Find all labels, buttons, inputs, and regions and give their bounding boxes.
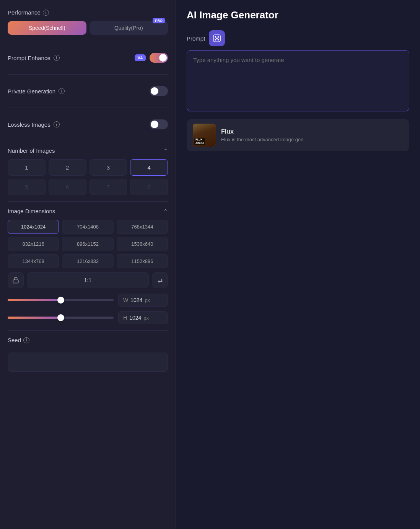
width-unit: px (145, 297, 150, 303)
num-btn-8: 8 (130, 179, 168, 195)
height-slider-container[interactable] (8, 314, 114, 322)
width-label: W (123, 297, 128, 303)
dimension-grid: 1024x1024 704x1408 768x1344 832x1216 896… (8, 220, 168, 268)
divider-1 (8, 41, 168, 41)
width-slider-row: W 1024 px (8, 294, 168, 307)
svg-point-6 (217, 38, 218, 39)
private-generation-info-icon[interactable]: i (59, 88, 65, 94)
performance-label: Performance (8, 9, 41, 16)
num-btn-1[interactable]: 1 (8, 159, 46, 176)
svg-point-5 (218, 39, 219, 40)
model-info: Flux Flux is the most advanced image gen (221, 128, 403, 142)
prompt-enhance-left: Prompt Enhance i (8, 55, 60, 61)
image-dimensions-label: Image Dimensions (8, 208, 55, 214)
lossless-images-knob (151, 121, 158, 128)
num-btn-4[interactable]: 4 (130, 159, 168, 176)
private-generation-knob (151, 87, 158, 95)
height-slider-row: H 1024 px (8, 311, 168, 324)
height-dimension-display: H 1024 px (118, 311, 168, 324)
height-value: 1024 (129, 315, 141, 321)
dim-btn-768x1344[interactable]: 768x1344 (117, 220, 168, 234)
model-thumb-text: FLUXAltubo (194, 138, 205, 145)
quality-button[interactable]: PRO Quality(Pro) (90, 21, 168, 35)
aspect-ratio-display: 1:1 (27, 272, 149, 288)
prompt-enhance-right: V4 (135, 53, 168, 63)
prompt-enhance-row: Prompt Enhance i V4 (8, 47, 168, 68)
num-btn-5: 5 (8, 179, 46, 195)
prompt-enhance-info-icon[interactable]: i (54, 55, 60, 61)
model-card[interactable]: FLUXAltubo Flux Flux is the most advance… (187, 119, 409, 151)
performance-buttons: Speed(Schnell) PRO Quality(Pro) (8, 21, 168, 35)
quality-btn-label: Quality(Pro) (114, 25, 143, 31)
prompt-enhance-toggle[interactable] (150, 53, 168, 63)
svg-point-2 (215, 36, 216, 38)
height-slider-fill (8, 317, 61, 319)
svg-point-4 (215, 39, 216, 40)
model-description: Flux is the most advanced image gen (221, 137, 403, 142)
divider-4 (8, 141, 168, 141)
private-generation-label: Private Generation (8, 88, 55, 95)
dim-btn-1536x640[interactable]: 1536x640 (117, 237, 168, 251)
height-slider-thumb (57, 314, 64, 321)
seed-label: Seed (8, 337, 21, 343)
left-panel: Performance i Speed(Schnell) PRO Quality… (0, 0, 176, 529)
number-of-images-chevron[interactable]: ⌃ (163, 148, 168, 154)
prompt-label: Prompt (187, 35, 205, 42)
swap-button[interactable]: ⇄ (152, 272, 168, 288)
divider-5 (8, 201, 168, 202)
svg-rect-0 (13, 280, 18, 283)
prompt-enhance-label: Prompt Enhance (8, 55, 50, 61)
height-label: H (123, 315, 127, 321)
pro-badge: PRO (153, 18, 165, 23)
num-btn-7: 7 (90, 179, 127, 195)
private-generation-row: Private Generation i (8, 81, 168, 101)
lossless-info-icon[interactable]: i (54, 121, 60, 127)
lossless-images-row: Lossless Images i (8, 114, 168, 135)
aspect-row: 1:1 ⇄ (8, 272, 168, 288)
dice-button[interactable] (209, 30, 225, 46)
right-panel: AI Image Generator Prompt FLUXAltubo Flu… (176, 0, 420, 529)
width-value: 1024 (130, 297, 142, 303)
dim-btn-1152x896[interactable]: 1152x896 (117, 254, 168, 268)
divider-6 (8, 330, 168, 331)
divider-3 (8, 108, 168, 108)
dim-btn-704x1408[interactable]: 704x1408 (62, 220, 113, 234)
v4-badge: V4 (135, 54, 146, 61)
aspect-ratio-value: 1:1 (84, 277, 91, 283)
lossless-images-toggle[interactable] (150, 119, 168, 129)
width-slider-track (8, 299, 114, 301)
lossless-images-label: Lossless Images (8, 121, 50, 128)
height-unit: px (143, 315, 149, 321)
lossless-images-left: Lossless Images i (8, 121, 60, 128)
image-dimensions-header: Image Dimensions ⌃ (8, 208, 168, 214)
prompt-label-row: Prompt (187, 30, 409, 46)
lock-button[interactable] (8, 272, 24, 288)
num-btn-3[interactable]: 3 (90, 159, 127, 176)
model-name: Flux (221, 128, 403, 135)
dim-btn-1024x1024[interactable]: 1024x1024 (8, 220, 59, 234)
seed-input[interactable] (8, 353, 168, 372)
performance-section-label: Performance i (8, 9, 168, 16)
width-slider-thumb (57, 297, 64, 304)
dim-btn-1216x832[interactable]: 1216x832 (62, 254, 113, 268)
page-title: AI Image Generator (187, 9, 409, 21)
width-slider-fill (8, 299, 61, 301)
svg-point-3 (218, 36, 219, 38)
speed-button[interactable]: Speed(Schnell) (8, 21, 86, 35)
private-generation-toggle[interactable] (150, 86, 168, 96)
num-btn-6: 6 (49, 179, 86, 195)
prompt-enhance-knob (159, 54, 167, 62)
number-of-images-header: Number of Images ⌃ (8, 147, 168, 154)
private-generation-left: Private Generation i (8, 88, 65, 95)
seed-section-label: Seed i (8, 337, 168, 343)
dim-btn-1344x768[interactable]: 1344x768 (8, 254, 59, 268)
dim-btn-832x1216[interactable]: 832x1216 (8, 237, 59, 251)
prompt-textarea[interactable] (187, 50, 409, 111)
num-btn-2[interactable]: 2 (49, 159, 86, 176)
dim-btn-896x1152[interactable]: 896x1152 (62, 237, 113, 251)
number-of-images-label: Number of Images (8, 147, 55, 154)
width-slider-container[interactable] (8, 296, 114, 304)
seed-info-icon[interactable]: i (23, 337, 29, 343)
image-dimensions-chevron[interactable]: ⌃ (163, 208, 168, 214)
performance-info-icon[interactable]: i (43, 10, 49, 16)
